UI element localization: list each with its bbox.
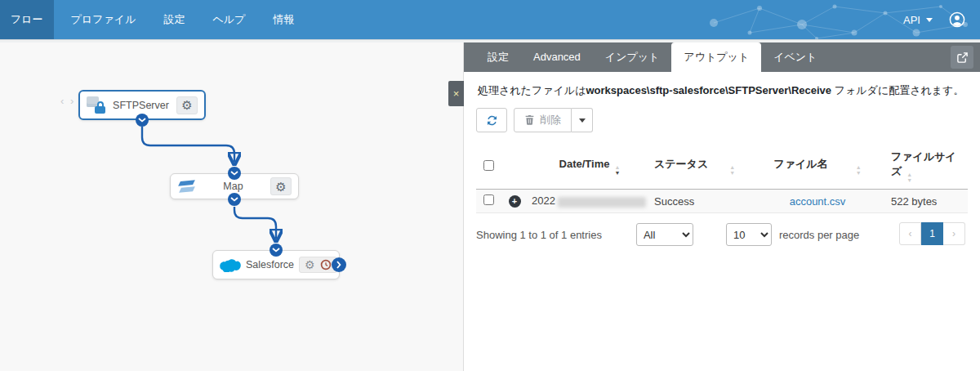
- map-input-port-button[interactable]: [228, 167, 241, 180]
- caret-down-icon: [579, 118, 586, 123]
- sftp-output-port-button[interactable]: [136, 114, 149, 127]
- delete-button-group: 削除: [514, 108, 593, 132]
- node-drag-handle-icon[interactable]: ‹ ›: [60, 95, 75, 107]
- cell-datetime: 2022: [528, 190, 651, 213]
- salesforce-input-port-button[interactable]: [270, 244, 283, 257]
- sort-icon: ▲▼: [729, 164, 735, 176]
- close-panel-button[interactable]: ×: [448, 81, 464, 106]
- nav-item-flow[interactable]: フロー: [0, 0, 54, 39]
- table-footer: Showing 1 to 1 of 1 entries All 10 recor…: [476, 223, 968, 246]
- expand-column-header: [501, 144, 528, 190]
- pagination-prev-button[interactable]: ‹: [899, 222, 921, 245]
- chevron-down-icon: [230, 197, 238, 202]
- node-settings-gear-button[interactable]: ⚙: [270, 177, 292, 195]
- output-files-table: Date/Time▲▼ ステータス▲▼ ファイル名▲▼ ファイルサイズ▲▼: [476, 144, 968, 213]
- gear-icon: ⚙: [181, 99, 192, 111]
- expand-row-button[interactable]: +: [509, 195, 521, 208]
- salesforce-next-step-button[interactable]: [332, 257, 346, 272]
- tab-advanced[interactable]: Advanced: [521, 42, 593, 72]
- navbar: フロー プロファイル 設定 ヘルプ 情報 API: [0, 0, 980, 39]
- delete-options-dropdown-button[interactable]: [572, 108, 593, 132]
- column-header-filesize[interactable]: ファイルサイズ▲▼: [888, 144, 968, 190]
- sort-icon: ▲▼: [856, 164, 862, 176]
- api-dropdown[interactable]: API: [903, 14, 933, 26]
- node-label: Salesforce: [246, 259, 294, 270]
- gear-icon: ⚙: [275, 181, 286, 193]
- node-label: Map: [201, 181, 265, 192]
- chevron-down-icon: [230, 171, 238, 176]
- panel-tabbar: 設定 Advanced インプット アウトプット イベント: [464, 42, 980, 72]
- connector-map-to-salesforce: [234, 207, 276, 239]
- refresh-icon: [486, 114, 498, 127]
- sort-icon: ▲▼: [614, 164, 620, 176]
- pagination-next-button[interactable]: ›: [943, 222, 965, 245]
- flow-canvas[interactable]: ‹ › SFTPServer ⚙ Map ⚙: [0, 42, 464, 371]
- delete-button[interactable]: 削除: [514, 108, 572, 132]
- column-header-status[interactable]: ステータス▲▼: [651, 144, 747, 190]
- records-per-page-label: records per page: [779, 229, 859, 241]
- salesforce-cloud-icon: [220, 258, 241, 272]
- close-icon: ×: [453, 87, 460, 100]
- cell-filesize: 522 bytes: [888, 190, 968, 213]
- api-label: API: [903, 14, 920, 26]
- refresh-button[interactable]: [476, 108, 507, 132]
- user-account-button[interactable]: [949, 11, 965, 28]
- node-settings-gear-button[interactable]: ⚙: [176, 96, 198, 114]
- output-folder-path: workspaces\sftp-salesforce\SFTPServer\Re…: [586, 84, 831, 96]
- pagination-page-1-button[interactable]: 1: [921, 222, 943, 245]
- nav-item-profile[interactable]: プロファイル: [60, 0, 147, 39]
- tab-input[interactable]: インプット: [593, 42, 672, 72]
- tab-output[interactable]: アウトプット: [671, 42, 761, 72]
- map-transform-icon: [177, 179, 196, 194]
- tab-event[interactable]: イベント: [761, 42, 829, 72]
- details-panel: × 設定 Advanced インプット アウトプット イベント 処理されたファイ…: [464, 42, 980, 371]
- gear-icon[interactable]: ⚙: [305, 259, 315, 270]
- cell-status: Success: [651, 190, 747, 213]
- plus-icon: +: [512, 197, 517, 206]
- node-label: SFTPServer: [110, 100, 172, 111]
- page-size-select[interactable]: 10: [726, 223, 772, 246]
- select-all-checkbox[interactable]: [483, 160, 494, 171]
- column-header-filename[interactable]: ファイル名▲▼: [747, 144, 888, 190]
- open-in-new-window-button[interactable]: [951, 46, 973, 69]
- nav-item-info[interactable]: 情報: [262, 0, 305, 39]
- showing-entries-text: Showing 1 to 1 of 1 entries: [476, 229, 602, 241]
- chevron-down-icon: [138, 118, 146, 123]
- table-row[interactable]: + 2022 Success account.csv 522 bytes: [476, 190, 968, 213]
- row-checkbox[interactable]: [483, 194, 494, 205]
- status-filter-select[interactable]: All: [636, 223, 693, 246]
- flow-connectors: [0, 42, 464, 371]
- clock-icon: [320, 259, 332, 270]
- nav-item-help[interactable]: ヘルプ: [202, 0, 256, 39]
- app-window: フロー プロファイル 設定 ヘルプ 情報 API: [0, 0, 980, 371]
- column-header-datetime[interactable]: Date/Time▲▼: [528, 144, 651, 190]
- trash-icon: [524, 114, 535, 126]
- table-header-row: Date/Time▲▼ ステータス▲▼ ファイル名▲▼ ファイルサイズ▲▼: [476, 144, 968, 190]
- chevron-down-icon: [272, 248, 280, 253]
- nav-item-settings[interactable]: 設定: [153, 0, 195, 39]
- navbar-right: API: [903, 0, 980, 39]
- output-toolbar: 削除: [476, 108, 968, 132]
- delete-label: 削除: [540, 113, 561, 127]
- panel-body: 処理されたファイルはworkspaces\sftp-salesforce\SFT…: [464, 72, 980, 246]
- tab-settings[interactable]: 設定: [475, 42, 521, 72]
- redacted-date-blur: [558, 197, 646, 208]
- connector-sftp-to-map: [142, 127, 234, 162]
- user-icon: [949, 11, 965, 28]
- schedule-status-button[interactable]: [320, 259, 332, 270]
- sftp-server-icon: [87, 96, 105, 114]
- sort-icon: ▲▼: [906, 172, 912, 183]
- file-link[interactable]: account.csv: [790, 195, 846, 208]
- chevron-down-icon: [926, 18, 933, 22]
- pagination: ‹ 1 ›: [899, 222, 965, 245]
- chevron-right-icon: [336, 261, 341, 269]
- map-output-port-button[interactable]: [228, 193, 241, 206]
- chevron-left-icon: ‹: [909, 228, 912, 239]
- output-folder-info: 処理されたファイルはworkspaces\sftp-salesforce\SFT…: [478, 83, 968, 98]
- chevron-right-icon: ›: [952, 228, 956, 239]
- external-link-icon: [956, 51, 969, 64]
